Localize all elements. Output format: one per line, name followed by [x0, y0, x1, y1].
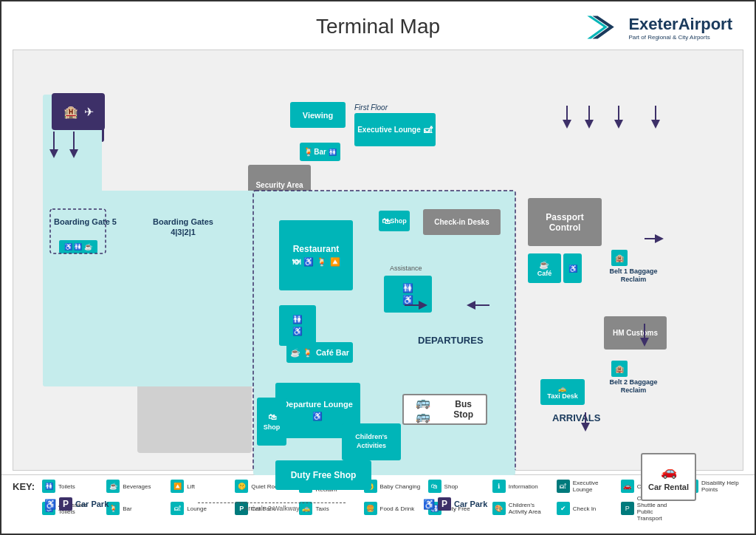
- key-title: KEY:: [13, 481, 35, 492]
- first-floor-label: First Floor: [354, 103, 388, 112]
- key-shuttle-icon: P: [621, 502, 634, 515]
- logo-area: ExeterAirport Part of Regional & City Ai…: [585, 13, 732, 42]
- key-item-info: ℹ Information: [492, 480, 551, 493]
- logo-sub: Part of Regional & City Airports: [628, 34, 732, 41]
- car-rental-box: 🚗 Car Rental: [641, 453, 696, 501]
- cafe-box: ☕ Café: [528, 253, 561, 283]
- key-item-exec-lounge: 🛋 Executive Lounge: [557, 480, 615, 493]
- key-item-food: 🍔 Food & Drink: [364, 495, 422, 522]
- children-activities-box: Children's Activities: [342, 423, 401, 460]
- key-item-checkin: ✔ Check In: [557, 495, 615, 522]
- bar-upper-box: 🍹 Bar 🚻: [300, 143, 340, 161]
- key-item-children: 🎨 Children's Activity Area: [492, 495, 551, 522]
- key-food-icon: 🍔: [364, 502, 377, 515]
- assistance-label: Assistance: [390, 265, 422, 272]
- duty-free-shop-box: Duty Free Shop: [275, 460, 371, 490]
- key-children-icon: 🎨: [492, 502, 506, 515]
- belt1-label: Belt 1 Baggage Reclaim: [604, 268, 663, 284]
- restaurant-area: Restaurant 🍽♿🍹🔼: [279, 220, 353, 290]
- key-item-toilets: 🚻 Toilets: [42, 480, 100, 493]
- cafe-accessible-icon: ♿: [563, 253, 582, 283]
- key-shop-icon: 🛍: [428, 480, 441, 493]
- shop-upper-box: 🛍Shop: [379, 211, 410, 231]
- page-title: Terminal Map: [316, 15, 440, 38]
- passport-control-box: Passport Control: [528, 198, 602, 246]
- key-lift-icon: 🔼: [171, 480, 184, 493]
- shop-lower-box: 🛍 Shop: [257, 398, 286, 446]
- key-info-icon: ℹ: [492, 480, 506, 493]
- exeter-airport-logo-icon: [585, 13, 622, 42]
- bus-stop-box: 🚌 🚌 Bus Stop: [402, 394, 487, 425]
- key-checkin-icon: ✔: [557, 502, 570, 515]
- executive-lounge-box: Executive Lounge 🛋: [354, 113, 436, 146]
- arrivals2-gate-icons: 🏨 ✈: [52, 93, 105, 130]
- belt2-area: 🏨 Belt 2 Baggage Reclaim: [604, 361, 663, 412]
- key-item-lift: 🔼 Lift: [171, 480, 229, 493]
- checkin-desks-box: Check-in Desks: [423, 209, 501, 235]
- departures-label: DEPARTURES: [418, 335, 484, 346]
- key-quiet-icon: 🤫: [235, 480, 248, 493]
- key-toilets-icon: 🚻: [42, 480, 55, 493]
- key-items: 🚻 Toilets ☕ Beverages 🔼 Lift 🤫 Quiet Roo…: [42, 480, 743, 522]
- carpark-left: ♿ P Car Park: [44, 497, 109, 511]
- key-item-shop: 🛍 Shop: [428, 480, 487, 493]
- belt1-area: 🏨 Belt 1 Baggage Reclaim: [604, 250, 663, 301]
- carpark-right: ♿ P Car Park: [423, 497, 487, 511]
- key-item-bar: 🍹 Bar: [106, 495, 165, 522]
- page-container: Terminal Map ExeterAirport Part of Regio…: [0, 0, 756, 535]
- key-item-beverages: ☕ Beverages: [106, 480, 165, 493]
- logo-name: ExeterAirport: [628, 15, 732, 34]
- key-exec-icon: 🛋: [557, 480, 570, 493]
- assistance-icons-box: 🚻 ♿: [384, 276, 432, 313]
- boarding-gates-label: Boarding Gates 4|3|2|1: [150, 217, 216, 238]
- arrivals-walkway-label: Arrivals 2 Walkway: [198, 502, 346, 512]
- belt2-label: Belt 2 Baggage Reclaim: [604, 378, 663, 395]
- arrivals-label: ARRIVALS: [552, 412, 600, 423]
- boarding-gate-5: Boarding Gate 5: [54, 217, 117, 227]
- viewing-box: Viewing: [290, 102, 346, 128]
- key-carrental-icon: 🚗: [621, 480, 634, 493]
- key-lounge-icon: 🛋: [171, 502, 184, 515]
- hm-customs-box: HM Customs: [604, 316, 667, 350]
- map-area: ARRIVALS 2 🏨 ✈ Boarding Gate 5 ♿ 🚻 ☕ Boa…: [13, 50, 743, 471]
- taxi-desk-box: 🚕 Taxi Desk: [540, 379, 585, 405]
- toilets-upper-box: 🚻 ♿: [279, 305, 316, 346]
- boarding-gate5-icon-box: ♿ 🚻 ☕: [59, 240, 97, 253]
- key-item-baby: 👶 Baby Changing: [364, 480, 422, 493]
- logo-text: ExeterAirport Part of Regional & City Ai…: [628, 15, 732, 41]
- key-beverages-icon: ☕: [106, 480, 120, 493]
